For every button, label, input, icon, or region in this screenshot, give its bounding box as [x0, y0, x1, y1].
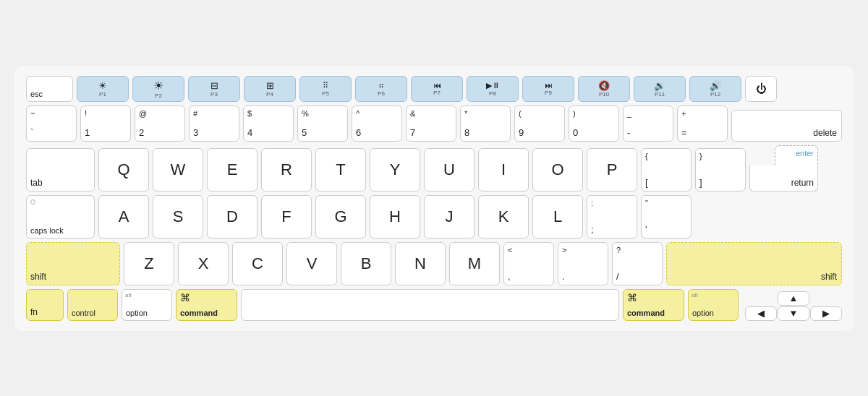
- f1-key[interactable]: ☀ P1: [77, 76, 129, 102]
- q-label: Q: [117, 160, 129, 179]
- z-key[interactable]: Z: [124, 242, 174, 285]
- q-key[interactable]: Q: [98, 148, 149, 191]
- o-label: O: [551, 160, 563, 179]
- power-key[interactable]: ⏻: [745, 76, 777, 102]
- o-key[interactable]: O: [532, 148, 583, 191]
- f2-key[interactable]: ☀ P2: [132, 76, 184, 102]
- n-label: N: [414, 254, 426, 273]
- j-key[interactable]: J: [424, 195, 475, 238]
- rcurly-label: }: [699, 152, 702, 160]
- 9-key[interactable]: ( 9: [514, 106, 565, 142]
- m-key[interactable]: M: [449, 242, 500, 285]
- arrow-down-key[interactable]: ▼: [778, 306, 809, 321]
- 9-label: 9: [519, 127, 524, 138]
- shift-right-key[interactable]: shift: [666, 242, 842, 285]
- r-key[interactable]: R: [261, 148, 312, 191]
- a-key[interactable]: A: [98, 195, 149, 238]
- f8-icon: ▶⏸: [486, 81, 500, 90]
- return-label: return: [791, 178, 814, 188]
- arrow-up-icon: ▲: [789, 293, 799, 304]
- f4-key[interactable]: ⊞ P4: [244, 76, 296, 102]
- rbracket-key[interactable]: } ]: [695, 148, 746, 191]
- 5-key[interactable]: % 5: [297, 106, 348, 142]
- f8-key[interactable]: ▶⏸ P8: [467, 76, 519, 102]
- 2-key[interactable]: @ 2: [135, 106, 185, 142]
- equals-key[interactable]: + =: [677, 106, 728, 142]
- period-key[interactable]: > .: [558, 242, 608, 285]
- y-key[interactable]: Y: [370, 148, 420, 191]
- capslock-key[interactable]: caps lock: [26, 195, 95, 238]
- semicolon-key[interactable]: : ;: [587, 195, 637, 238]
- u-key[interactable]: U: [424, 148, 475, 191]
- fn-key[interactable]: fn: [26, 289, 64, 321]
- spacebar-key[interactable]: [241, 289, 619, 321]
- f2-label: P2: [155, 92, 162, 99]
- quote-key[interactable]: " ': [641, 195, 692, 238]
- f11-key[interactable]: 🔉 P11: [634, 76, 686, 102]
- return-key[interactable]: return: [749, 165, 818, 191]
- option-left-key[interactable]: alt option: [122, 289, 172, 321]
- f6-key[interactable]: ⠶ P6: [355, 76, 407, 102]
- star-label: *: [464, 109, 467, 118]
- f11-icon: 🔉: [654, 80, 665, 91]
- f7-key[interactable]: ⏮ P7: [411, 76, 463, 102]
- plus-label: +: [681, 109, 686, 118]
- delete-key[interactable]: delete: [731, 110, 842, 142]
- 8-key[interactable]: * 8: [460, 106, 511, 142]
- enter-key[interactable]: enter: [775, 145, 818, 165]
- f12-key[interactable]: 🔊 P12: [689, 76, 741, 102]
- b-key[interactable]: B: [341, 242, 391, 285]
- arrow-right-key[interactable]: ▶: [810, 306, 842, 321]
- h-key[interactable]: H: [370, 195, 420, 238]
- w-key[interactable]: W: [153, 148, 203, 191]
- f1-icon: ☀: [98, 80, 107, 91]
- f5-key[interactable]: ⠿ P5: [299, 76, 352, 102]
- l-key[interactable]: L: [532, 195, 583, 238]
- arrow-up-key[interactable]: ▲: [778, 291, 809, 306]
- 3-key[interactable]: # 3: [189, 106, 239, 142]
- 1-key[interactable]: ! 1: [80, 106, 131, 142]
- lbracket-key[interactable]: { [: [641, 148, 692, 191]
- u-label: U: [443, 160, 455, 179]
- slash-key[interactable]: ? /: [612, 242, 663, 285]
- command-right-key[interactable]: ⌘ command: [623, 289, 684, 321]
- 4-key[interactable]: $ 4: [243, 106, 294, 142]
- command-left-key[interactable]: ⌘ command: [176, 289, 237, 321]
- backtick-key[interactable]: ~ `: [26, 106, 77, 142]
- comma-label: ,: [508, 271, 511, 282]
- f3-key[interactable]: ⊟ P3: [188, 76, 240, 102]
- g-key[interactable]: G: [315, 195, 366, 238]
- tab-key[interactable]: tab: [26, 148, 95, 191]
- f10-key[interactable]: 🔇 P10: [578, 76, 630, 102]
- arrow-cluster: ▲ ◀ ▼ ▶: [745, 291, 842, 321]
- x-key[interactable]: X: [178, 242, 229, 285]
- n-key[interactable]: N: [395, 242, 446, 285]
- power-icon: ⏻: [756, 82, 767, 95]
- arrow-left-key[interactable]: ◀: [745, 306, 777, 321]
- k-key[interactable]: K: [478, 195, 529, 238]
- c-label: C: [252, 254, 263, 273]
- at-label: @: [139, 109, 147, 118]
- p-key[interactable]: P: [587, 148, 637, 191]
- f-key[interactable]: F: [261, 195, 312, 238]
- comma-key[interactable]: < ,: [503, 242, 554, 285]
- option-right-key[interactable]: alt option: [688, 289, 739, 321]
- v-key[interactable]: V: [286, 242, 337, 285]
- e-key[interactable]: E: [207, 148, 258, 191]
- d-key[interactable]: D: [207, 195, 258, 238]
- shift-left-key[interactable]: shift: [26, 242, 120, 285]
- 0-key[interactable]: ) 0: [569, 106, 619, 142]
- c-key[interactable]: C: [232, 242, 283, 285]
- f3-label: P3: [210, 91, 218, 98]
- minus-key[interactable]: _ -: [623, 106, 673, 142]
- s-label: S: [173, 207, 184, 226]
- arrow-left-icon: ◀: [757, 308, 765, 319]
- i-key[interactable]: I: [478, 148, 529, 191]
- control-key[interactable]: control: [67, 289, 118, 321]
- esc-key[interactable]: esc: [26, 76, 73, 102]
- f9-key[interactable]: ⏭ P9: [522, 76, 574, 102]
- 7-key[interactable]: & 7: [406, 106, 456, 142]
- t-key[interactable]: T: [315, 148, 366, 191]
- 6-key[interactable]: ^ 6: [352, 106, 402, 142]
- s-key[interactable]: S: [153, 195, 203, 238]
